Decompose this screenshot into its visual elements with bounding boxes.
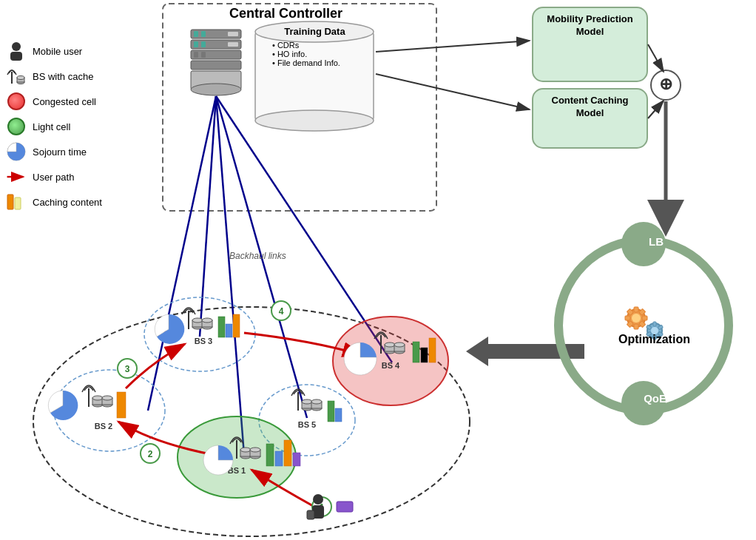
training-item-file: • File demand Info. [272, 58, 372, 67]
user-path-label: User path [33, 172, 74, 183]
svg-rect-113 [218, 317, 225, 337]
svg-rect-4 [228, 32, 238, 36]
svg-line-50 [148, 96, 216, 411]
optimization-label: Optimization [597, 333, 712, 346]
svg-point-32 [632, 314, 641, 323]
svg-point-83 [102, 396, 112, 400]
qoe-label: QoE [644, 392, 666, 405]
congested-cell-icon [6, 91, 27, 112]
svg-rect-106 [311, 402, 322, 408]
svg-text:2: 2 [148, 449, 153, 459]
svg-rect-5 [191, 40, 241, 49]
svg-point-78 [92, 402, 103, 407]
svg-point-94 [385, 349, 395, 354]
svg-rect-74 [250, 450, 260, 456]
svg-rect-40 [627, 308, 633, 315]
svg-point-66 [271, 301, 291, 320]
svg-rect-9 [191, 50, 241, 59]
training-data-heading: Training Data [257, 26, 372, 37]
svg-point-28 [558, 240, 729, 411]
svg-line-24 [648, 44, 664, 72]
svg-point-17 [255, 110, 374, 131]
legend-bs-cache: BS with cache [6, 66, 102, 87]
svg-text:BS 4: BS 4 [382, 361, 400, 370]
svg-point-86 [192, 325, 203, 329]
central-controller-title: Central Controller [229, 6, 342, 21]
svg-rect-114 [226, 324, 232, 337]
svg-rect-90 [202, 320, 212, 327]
svg-rect-87 [192, 320, 203, 327]
svg-point-73 [250, 454, 260, 459]
bs-cache-icon [6, 66, 27, 87]
main-container: ⊕ [0, 0, 756, 540]
svg-text:BS 1: BS 1 [228, 466, 246, 475]
svg-point-57 [259, 385, 355, 456]
svg-point-89 [202, 325, 212, 329]
svg-point-58 [178, 416, 296, 498]
svg-rect-120 [328, 401, 334, 422]
diagram-svg: ⊕ [0, 0, 756, 540]
legend-user-path: User path [6, 166, 102, 187]
svg-line-54 [216, 96, 307, 418]
svg-marker-27 [466, 337, 584, 366]
svg-point-62 [141, 444, 160, 463]
svg-rect-124 [307, 510, 314, 519]
bs-cache-label: BS with cache [33, 71, 93, 82]
svg-point-104 [302, 399, 312, 404]
svg-rect-119 [117, 392, 126, 418]
svg-rect-139 [15, 198, 21, 209]
svg-point-60 [312, 497, 331, 516]
svg-point-55 [54, 370, 165, 451]
svg-rect-1 [191, 30, 241, 38]
svg-text:Backhaul links: Backhaul links [229, 251, 286, 261]
svg-point-102 [302, 406, 312, 411]
svg-rect-130 [10, 52, 22, 61]
svg-rect-12 [191, 61, 241, 70]
legend-sojourn-time: Sojourn time [6, 141, 102, 162]
caching-content-label: Caching content [33, 197, 102, 208]
legend-congested-cell: Congested cell [6, 91, 102, 112]
svg-rect-10 [194, 52, 198, 58]
svg-rect-125 [337, 502, 353, 512]
svg-point-70 [240, 454, 251, 459]
svg-text:BS 5: BS 5 [298, 420, 316, 429]
svg-text:4: 4 [279, 306, 284, 317]
svg-point-72 [240, 448, 251, 452]
svg-line-52 [216, 96, 244, 455]
svg-point-31 [627, 309, 645, 327]
svg-point-105 [311, 406, 322, 411]
svg-rect-71 [240, 450, 251, 456]
mobility-model-label: Mobility Prediction Model [536, 13, 644, 38]
svg-rect-8 [228, 42, 238, 47]
svg-point-59 [333, 317, 448, 405]
svg-rect-33 [634, 307, 638, 312]
svg-text:3: 3 [125, 364, 130, 374]
svg-rect-115 [233, 314, 240, 337]
svg-point-81 [102, 402, 112, 407]
svg-point-99 [394, 342, 405, 347]
svg-rect-2 [194, 31, 198, 37]
svg-rect-111 [284, 440, 291, 466]
svg-point-75 [250, 448, 260, 452]
svg-point-49 [33, 307, 470, 536]
svg-rect-103 [302, 402, 312, 408]
svg-rect-118 [429, 338, 436, 362]
svg-rect-34 [639, 308, 646, 315]
svg-point-97 [394, 349, 405, 354]
legend-caching-content: Caching content [6, 192, 102, 212]
svg-point-88 [192, 318, 203, 323]
sojourn-time-label: Sojourn time [33, 146, 87, 158]
svg-text:⊕: ⊕ [659, 75, 672, 93]
svg-text:1: 1 [320, 502, 325, 513]
svg-point-56 [144, 297, 255, 371]
svg-point-64 [118, 359, 137, 378]
svg-point-91 [202, 318, 212, 323]
congested-cell-label: Congested cell [33, 96, 96, 107]
svg-rect-3 [201, 31, 206, 37]
svg-line-25 [648, 101, 664, 118]
svg-rect-48 [647, 325, 652, 329]
svg-rect-79 [92, 398, 103, 405]
svg-point-80 [92, 396, 103, 400]
svg-point-122 [313, 494, 323, 504]
svg-line-51 [200, 96, 216, 337]
